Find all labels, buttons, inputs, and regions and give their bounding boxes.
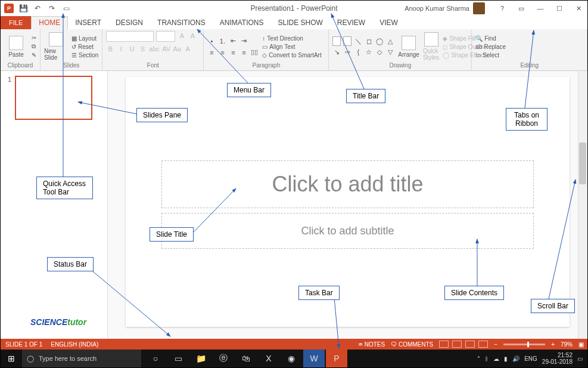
select-button[interactable]: ▭ Select <box>475 52 506 58</box>
bullets-button[interactable]: • <box>207 36 216 46</box>
bluetooth-icon[interactable]: ᛒ <box>485 355 489 362</box>
fit-to-window-icon[interactable]: ▣ <box>578 341 584 348</box>
task-view-icon[interactable]: ▭ <box>167 350 189 367</box>
char-spacing-button[interactable]: AV <box>162 44 170 54</box>
find-button[interactable]: 🔍 Find <box>475 35 506 42</box>
language-indicator[interactable]: ENG <box>524 355 537 362</box>
onedrive-icon[interactable]: ☁ <box>493 355 499 362</box>
numbering-button[interactable]: 1. <box>218 36 226 46</box>
minimize-icon[interactable]: — <box>534 5 547 12</box>
vertical-scrollbar[interactable] <box>578 71 587 339</box>
quick-access-toolbar: P 💾 ↶ ↷ ▭ <box>1 4 74 13</box>
ribbon-display-icon[interactable]: ▭ <box>515 5 528 13</box>
italic-button[interactable]: I <box>117 44 125 54</box>
layout-button[interactable]: ▦ Layout <box>71 35 98 42</box>
taskbar-search[interactable]: ◯ Type here to search <box>22 350 141 367</box>
zoom-in-button[interactable]: + <box>551 341 555 348</box>
comments-button[interactable]: 🗨 COMMENTS <box>391 341 433 348</box>
slideshow-view-icon[interactable] <box>478 341 488 348</box>
section-button[interactable]: ☰ Section <box>71 52 98 58</box>
align-text-button[interactable]: ▭ Align Text <box>262 44 321 50</box>
smartart-button[interactable]: ◇ Convert to SmartArt <box>262 52 321 58</box>
tab-insert[interactable]: INSERT <box>68 16 108 29</box>
start-button[interactable]: ⊞ <box>1 354 22 363</box>
shadow-button[interactable]: S <box>138 44 147 54</box>
slide-count-label[interactable]: SLIDE 1 OF 1 <box>5 341 42 348</box>
taskbar-clock[interactable]: 21:52 29-01-2018 <box>542 352 573 365</box>
file-tab[interactable]: FILE <box>1 16 31 29</box>
file-explorer-icon[interactable]: 📁 <box>190 350 211 367</box>
tray-expand-icon[interactable]: ˄ <box>477 355 480 362</box>
notification-icon[interactable]: ▭ <box>577 355 583 362</box>
edge-icon[interactable]: ⓔ <box>213 350 234 367</box>
tab-review[interactable]: REVIEW <box>330 16 372 29</box>
font-size-select[interactable] <box>156 31 175 42</box>
sorter-view-icon[interactable] <box>452 341 462 348</box>
start-slideshow-icon[interactable]: ▭ <box>61 4 71 13</box>
maximize-icon[interactable]: ☐ <box>553 5 566 13</box>
zoom-out-button[interactable]: − <box>494 341 497 348</box>
chrome-icon[interactable]: ◉ <box>281 350 302 367</box>
volume-icon[interactable]: 🔊 <box>512 355 519 362</box>
text-direction-button[interactable]: ↕ Text Direction <box>262 35 321 42</box>
align-center-button[interactable]: ≡ <box>218 48 226 57</box>
language-label[interactable]: ENGLISH (INDIA) <box>51 341 98 348</box>
grow-font-button[interactable]: A <box>178 31 186 41</box>
strike-button[interactable]: abc <box>149 44 160 54</box>
copy-button[interactable]: ⧉ <box>32 43 36 50</box>
replace-button[interactable]: ab Replace <box>475 44 506 50</box>
underline-button[interactable]: U <box>127 44 136 54</box>
align-right-button[interactable]: ≡ <box>229 48 237 57</box>
zoom-slider[interactable] <box>503 344 545 345</box>
excel-icon[interactable]: X <box>258 350 279 367</box>
cut-button[interactable]: ✂ <box>32 35 36 41</box>
align-left-button[interactable]: ≡ <box>207 48 216 57</box>
slide-thumbnail[interactable] <box>15 76 92 120</box>
wifi-icon[interactable]: ▮ <box>504 355 508 362</box>
tab-transitions[interactable]: TRANSITIONS <box>150 16 213 29</box>
justify-button[interactable]: ≡ <box>239 48 248 57</box>
undo-icon[interactable]: ↶ <box>33 4 42 13</box>
quick-styles-button[interactable]: Quick Styles <box>423 31 439 62</box>
format-painter-button[interactable]: ✎ <box>32 52 36 58</box>
tab-home[interactable]: HOME <box>31 16 68 29</box>
font-color-button[interactable]: A <box>183 44 192 54</box>
arrange-button[interactable]: Arrange <box>398 31 419 62</box>
powerpoint-taskbar-icon[interactable]: P <box>326 350 347 367</box>
cortana-icon[interactable]: ○ <box>145 350 166 367</box>
reset-button[interactable]: ↺ Reset <box>71 44 98 50</box>
user-account[interactable]: Anoop Kumar Sharma <box>405 2 485 14</box>
shrink-font-button[interactable]: A <box>188 31 197 41</box>
columns-button[interactable]: ▯▯ <box>250 48 259 57</box>
help-icon[interactable]: ? <box>496 5 509 12</box>
normal-view-icon[interactable] <box>439 341 449 348</box>
tab-slide-show[interactable]: SLIDE SHOW <box>271 16 330 29</box>
tab-design[interactable]: DESIGN <box>108 16 150 29</box>
indent-inc-button[interactable]: ⇥ <box>239 36 248 46</box>
new-slide-button[interactable]: New Slide <box>44 31 68 62</box>
tab-animations[interactable]: ANIMATIONS <box>213 16 271 29</box>
paste-button[interactable]: Paste <box>4 31 28 62</box>
redo-icon[interactable]: ↷ <box>47 4 57 13</box>
tab-view[interactable]: VIEW <box>372 16 405 29</box>
word-icon[interactable]: W <box>303 350 325 367</box>
scrollbar-thumb[interactable] <box>579 143 586 184</box>
change-case-button[interactable]: Aa <box>173 44 181 54</box>
save-icon[interactable]: 💾 <box>18 4 28 13</box>
font-family-select[interactable] <box>106 31 154 42</box>
shapes-gallery[interactable]: ＼◻◯△ ↘⇨{☆◇▽ <box>332 31 394 62</box>
slides-pane[interactable]: 1 <box>1 71 108 339</box>
group-clipboard: Paste ✂ ⧉ ✎ Clipboard <box>1 29 41 70</box>
callout-status-bar: Status Bar <box>47 257 94 271</box>
close-icon[interactable]: ✕ <box>572 5 585 13</box>
store-icon[interactable]: 🛍 <box>235 350 257 367</box>
view-buttons <box>439 341 488 348</box>
reading-view-icon[interactable] <box>465 341 475 348</box>
title-placeholder[interactable]: Click to add title <box>161 160 534 208</box>
zoom-level[interactable]: 79% <box>561 341 573 348</box>
document-title: Presentation1 <box>250 4 294 13</box>
bold-button[interactable]: B <box>106 44 114 54</box>
indent-dec-button[interactable]: ⇤ <box>229 36 237 46</box>
subtitle-placeholder[interactable]: Click to add subtitle <box>161 213 534 249</box>
notes-button[interactable]: ≐ NOTES <box>358 341 385 348</box>
